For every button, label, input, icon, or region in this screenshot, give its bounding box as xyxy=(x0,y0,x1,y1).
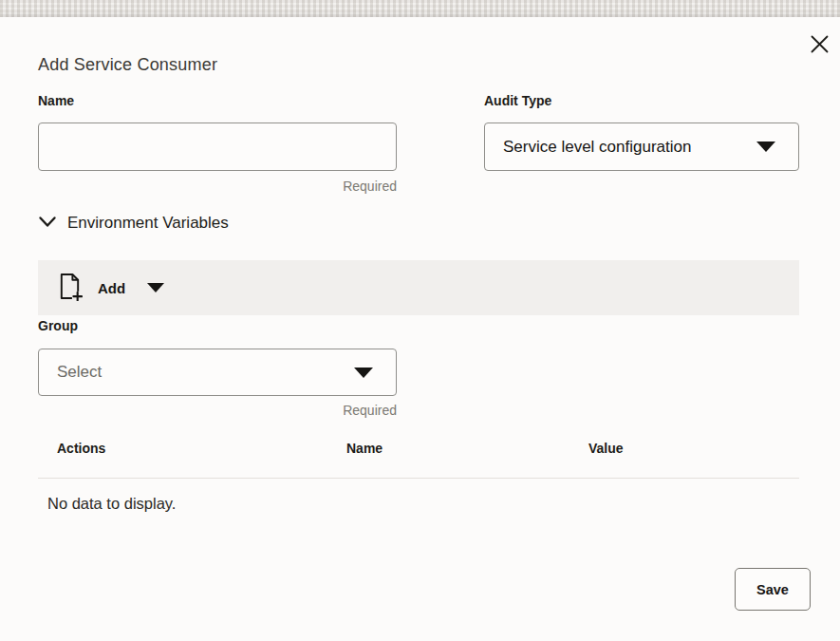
group-field-label: Group xyxy=(38,318,397,334)
audit-type-field-label: Audit Type xyxy=(484,93,799,109)
name-field-group: Name Required xyxy=(38,93,397,194)
add-service-consumer-dialog: Add Service Consumer Name Required Audit… xyxy=(0,17,840,641)
table-header-divider xyxy=(38,478,799,479)
group-required-hint: Required xyxy=(38,403,397,418)
caret-down-icon xyxy=(147,283,164,292)
section-title: Environment Variables xyxy=(67,212,229,234)
close-button[interactable] xyxy=(806,32,832,59)
audit-type-select[interactable]: Service level configuration xyxy=(484,123,799,171)
close-icon xyxy=(810,34,830,57)
group-field-group: Group Select Required xyxy=(38,318,397,418)
form-row: Name Required Audit Type Service level c… xyxy=(38,93,799,194)
caret-down-icon xyxy=(756,141,775,152)
environment-variables-toolbar: Add xyxy=(38,260,799,315)
add-button-label: Add xyxy=(98,280,125,296)
save-button[interactable]: Save xyxy=(735,568,811,611)
column-header-name: Name xyxy=(346,440,588,457)
column-header-actions: Actions xyxy=(38,440,346,457)
audit-type-field-group: Audit Type Service level configuration xyxy=(484,93,799,194)
chevron-down-icon xyxy=(38,215,57,232)
add-variable-button[interactable]: Add xyxy=(57,272,164,304)
environment-variables-section-toggle[interactable]: Environment Variables xyxy=(38,212,799,234)
name-input[interactable] xyxy=(38,123,397,171)
name-field-label: Name xyxy=(38,93,397,109)
column-header-value: Value xyxy=(588,440,799,457)
page-title: Add Service Consumer xyxy=(38,54,799,75)
variables-table-header: Actions Name Value xyxy=(38,440,799,457)
table-empty-message: No data to display. xyxy=(38,493,799,514)
document-add-icon xyxy=(57,272,83,304)
group-select-placeholder: Select xyxy=(57,363,102,382)
caret-down-icon xyxy=(354,368,373,378)
group-select[interactable]: Select xyxy=(38,349,397,396)
name-required-hint: Required xyxy=(38,179,397,194)
audit-type-selected-value: Service level configuration xyxy=(503,138,691,157)
